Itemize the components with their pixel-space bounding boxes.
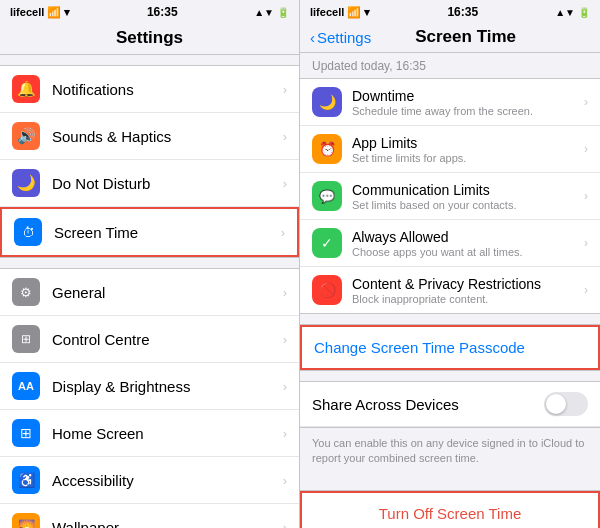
divider-1	[300, 314, 600, 324]
right-item-downtime[interactable]: 🌙 Downtime Schedule time away from the s…	[300, 79, 600, 126]
left-signal-icon: 📶	[47, 6, 61, 19]
content-chevron: ›	[584, 283, 588, 297]
turn-off-button[interactable]: Turn Off Screen Time	[300, 491, 600, 528]
downtime-icon: 🌙	[312, 87, 342, 117]
share-section: Share Across Devices	[300, 381, 600, 428]
sounds-icon: 🔊	[12, 122, 40, 150]
back-label: Settings	[317, 29, 371, 46]
right-panel: lifecell 📶 ▾ 16:35 ▲▼ 🔋 ‹ Settings Scree…	[300, 0, 600, 528]
share-description: You can enable this on any device signed…	[300, 428, 600, 475]
commlimits-texts: Communication Limits Set limits based on…	[352, 182, 584, 211]
share-label: Share Across Devices	[312, 396, 544, 413]
right-signal2-icon: ▲▼	[555, 7, 575, 18]
left-carrier: lifecell	[10, 6, 44, 18]
sidebar-item-sounds[interactable]: 🔊 Sounds & Haptics ›	[0, 113, 299, 160]
left-title: Settings	[116, 28, 183, 47]
sounds-label: Sounds & Haptics	[52, 128, 283, 145]
commlimits-chevron: ›	[584, 189, 588, 203]
left-status-right: ▲▼ 🔋	[254, 7, 289, 18]
right-item-applimits[interactable]: ⏰ App Limits Set time limits for apps. ›	[300, 126, 600, 173]
sounds-chevron: ›	[283, 129, 287, 144]
left-nav-header: Settings	[0, 22, 299, 55]
share-toggle[interactable]	[544, 392, 588, 416]
content-icon: 🚫	[312, 275, 342, 305]
accessibility-chevron: ›	[283, 473, 287, 488]
sidebar-item-display[interactable]: AA Display & Brightness ›	[0, 363, 299, 410]
downtime-chevron: ›	[584, 95, 588, 109]
sidebar-item-screentime[interactable]: ⏱ Screen Time ›	[0, 207, 299, 257]
controlcentre-label: Control Centre	[52, 331, 283, 348]
left-status-left: lifecell 📶 ▾	[10, 6, 70, 19]
settings-group-2: ⚙ General › ⊞ Control Centre › AA Displa…	[0, 268, 299, 528]
general-label: General	[52, 284, 283, 301]
right-battery-icon: 🔋	[578, 7, 590, 18]
applimits-texts: App Limits Set time limits for apps.	[352, 135, 584, 164]
left-settings-list: 🔔 Notifications › 🔊 Sounds & Haptics › 🌙…	[0, 55, 299, 528]
controlcentre-chevron: ›	[283, 332, 287, 347]
controlcentre-icon: ⊞	[12, 325, 40, 353]
notifications-label: Notifications	[52, 81, 283, 98]
display-icon: AA	[12, 372, 40, 400]
applimits-title: App Limits	[352, 135, 584, 151]
sidebar-item-notifications[interactable]: 🔔 Notifications ›	[0, 66, 299, 113]
content-title: Content & Privacy Restrictions	[352, 276, 584, 292]
right-title: Screen Time	[371, 27, 560, 47]
applimits-chevron: ›	[584, 142, 588, 156]
wallpaper-icon: 🌄	[12, 513, 40, 528]
back-button[interactable]: ‹ Settings	[310, 29, 371, 46]
settings-group-1: 🔔 Notifications › 🔊 Sounds & Haptics › 🌙…	[0, 65, 299, 258]
right-item-commlimits[interactable]: 💬 Communication Limits Set limits based …	[300, 173, 600, 220]
sidebar-item-controlcentre[interactable]: ⊞ Control Centre ›	[0, 316, 299, 363]
left-time: 16:35	[147, 5, 178, 19]
screentime-icon: ⏱	[14, 218, 42, 246]
downtime-subtitle: Schedule time away from the screen.	[352, 105, 584, 117]
accessibility-icon: ♿	[12, 466, 40, 494]
dnd-chevron: ›	[283, 176, 287, 191]
right-time: 16:35	[447, 5, 478, 19]
right-status-left: lifecell 📶 ▾	[310, 6, 370, 19]
content-texts: Content & Privacy Restrictions Block ina…	[352, 276, 584, 305]
right-item-allowed[interactable]: ✓ Always Allowed Choose apps you want at…	[300, 220, 600, 267]
downtime-title: Downtime	[352, 88, 584, 104]
commlimits-subtitle: Set limits based on your contacts.	[352, 199, 584, 211]
commlimits-icon: 💬	[312, 181, 342, 211]
commlimits-title: Communication Limits	[352, 182, 584, 198]
dnd-icon: 🌙	[12, 169, 40, 197]
allowed-title: Always Allowed	[352, 229, 584, 245]
content-subtitle: Block inappropriate content.	[352, 293, 584, 305]
right-carrier: lifecell	[310, 6, 344, 18]
divider-2	[300, 371, 600, 381]
allowed-texts: Always Allowed Choose apps you want at a…	[352, 229, 584, 258]
sidebar-item-accessibility[interactable]: ♿ Accessibility ›	[0, 457, 299, 504]
allowed-icon: ✓	[312, 228, 342, 258]
sidebar-item-homescreen[interactable]: ⊞ Home Screen ›	[0, 410, 299, 457]
sidebar-item-wallpaper[interactable]: 🌄 Wallpaper ›	[0, 504, 299, 528]
right-status-bar: lifecell 📶 ▾ 16:35 ▲▼ 🔋	[300, 0, 600, 22]
notifications-chevron: ›	[283, 82, 287, 97]
homescreen-chevron: ›	[283, 426, 287, 441]
right-item-content[interactable]: 🚫 Content & Privacy Restrictions Block i…	[300, 267, 600, 313]
screentime-label: Screen Time	[54, 224, 281, 241]
general-chevron: ›	[283, 285, 287, 300]
left-panel: lifecell 📶 ▾ 16:35 ▲▼ 🔋 Settings 🔔 Notif…	[0, 0, 300, 528]
dnd-label: Do Not Disturb	[52, 175, 283, 192]
sidebar-item-general[interactable]: ⚙ General ›	[0, 269, 299, 316]
left-wifi-icon: ▾	[64, 6, 70, 19]
allowed-subtitle: Choose apps you want at all times.	[352, 246, 584, 258]
right-settings-group: 🌙 Downtime Schedule time away from the s…	[300, 78, 600, 314]
sidebar-item-dnd[interactable]: 🌙 Do Not Disturb ›	[0, 160, 299, 207]
updated-text: Updated today, 16:35	[300, 53, 600, 78]
back-chevron-icon: ‹	[310, 29, 315, 46]
wallpaper-label: Wallpaper	[52, 519, 283, 529]
notifications-icon: 🔔	[12, 75, 40, 103]
left-battery-icon: 🔋	[277, 7, 289, 18]
accessibility-label: Accessibility	[52, 472, 283, 489]
right-wifi-icon: ▾	[364, 6, 370, 19]
divider-3	[300, 475, 600, 485]
applimits-icon: ⏰	[312, 134, 342, 164]
change-passcode-button[interactable]: Change Screen Time Passcode	[300, 325, 600, 370]
left-status-bar: lifecell 📶 ▾ 16:35 ▲▼ 🔋	[0, 0, 299, 22]
right-status-right: ▲▼ 🔋	[555, 7, 590, 18]
allowed-chevron: ›	[584, 236, 588, 250]
wallpaper-chevron: ›	[283, 520, 287, 529]
